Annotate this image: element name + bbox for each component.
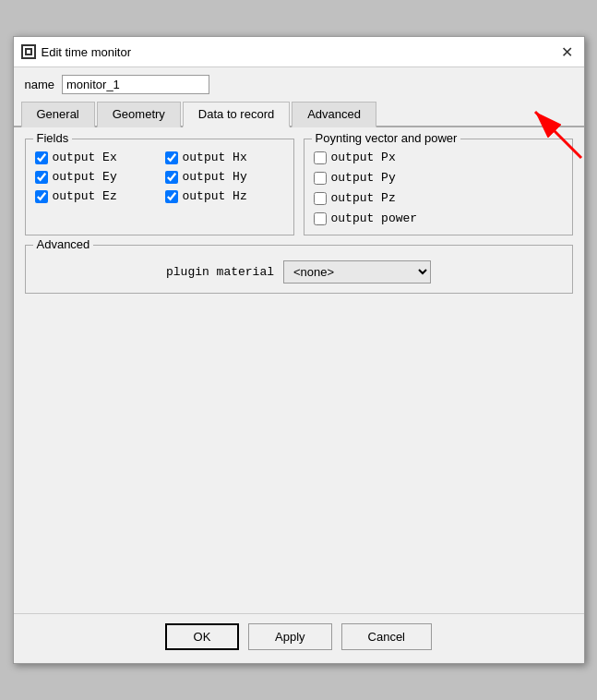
output-ey-label: output Ey <box>53 170 117 184</box>
output-pz-checkbox[interactable] <box>314 192 327 205</box>
close-button[interactable]: ✕ <box>558 42 577 61</box>
fields-group: Fields output Ex output Hx output Ey <box>25 139 294 235</box>
output-hx-checkbox[interactable] <box>165 151 178 164</box>
list-item: output Hy <box>165 170 284 184</box>
fields-group-title: Fields <box>33 131 73 145</box>
output-hz-label: output Hz <box>183 189 247 203</box>
advanced-group: Advanced plugin material <none> <box>25 245 573 294</box>
output-ez-label: output Ez <box>53 189 117 203</box>
tab-advanced[interactable]: Advanced <box>292 102 376 127</box>
list-item: output Ex <box>35 151 154 164</box>
dialog-icon <box>21 44 36 59</box>
plugin-row: plugin material <none> <box>35 260 563 284</box>
button-bar: OK Apply Cancel <box>14 613 584 663</box>
panels-row: Fields output Ex output Hx output Ey <box>25 139 573 235</box>
list-item: output Px <box>314 151 563 164</box>
list-item: output Py <box>314 171 563 185</box>
output-px-label: output Px <box>331 151 396 164</box>
output-ex-label: output Ex <box>53 151 117 164</box>
poynting-group: Poynting vector and power output Px <box>304 139 573 235</box>
list-item: output Hx <box>165 151 284 164</box>
output-power-checkbox[interactable] <box>314 212 327 225</box>
poynting-list: output Px output Py output Pz output pow… <box>314 151 563 225</box>
list-item: output Ez <box>35 189 154 203</box>
advanced-group-title: Advanced <box>33 237 94 251</box>
poynting-group-title: Poynting vector and power <box>312 131 461 145</box>
spacer <box>25 303 573 602</box>
dialog: Edit time monitor ✕ name General Geometr… <box>13 36 585 664</box>
output-ez-checkbox[interactable] <box>35 190 48 203</box>
plugin-material-select[interactable]: <none> <box>283 260 431 284</box>
output-pz-label: output Pz <box>331 191 396 205</box>
apply-button[interactable]: Apply <box>248 623 332 650</box>
cancel-button[interactable]: Cancel <box>341 623 432 650</box>
output-power-label: output power <box>331 211 418 225</box>
output-hx-label: output Hx <box>183 151 247 164</box>
fields-grid: output Ex output Hx output Ey output Hy <box>35 151 284 203</box>
output-ey-checkbox[interactable] <box>35 171 48 184</box>
output-hy-label: output Hy <box>183 170 247 184</box>
tab-bar: General Geometry Data to record Advanced <box>14 102 584 127</box>
name-row: name <box>14 67 584 102</box>
name-label: name <box>25 78 55 91</box>
name-input[interactable] <box>62 75 209 94</box>
tab-geometry[interactable]: Geometry <box>97 102 181 127</box>
output-py-checkbox[interactable] <box>314 172 327 185</box>
list-item: output power <box>314 211 563 225</box>
output-px-checkbox[interactable] <box>314 151 327 164</box>
list-item: output Hz <box>165 189 284 203</box>
list-item: output Ey <box>35 170 154 184</box>
tab-data-to-record[interactable]: Data to record <box>183 102 290 127</box>
list-item: output Pz <box>314 191 563 205</box>
title-bar: Edit time monitor ✕ <box>14 37 584 67</box>
output-hz-checkbox[interactable] <box>165 190 178 203</box>
content-area: Fields output Ex output Hx output Ey <box>14 127 584 613</box>
dialog-title: Edit time monitor <box>42 45 132 59</box>
plugin-material-label: plugin material <box>166 265 274 279</box>
ok-button[interactable]: OK <box>165 623 239 650</box>
tab-general[interactable]: General <box>21 102 95 127</box>
output-py-label: output Py <box>331 171 396 185</box>
output-ex-checkbox[interactable] <box>35 151 48 164</box>
output-hy-checkbox[interactable] <box>165 171 178 184</box>
